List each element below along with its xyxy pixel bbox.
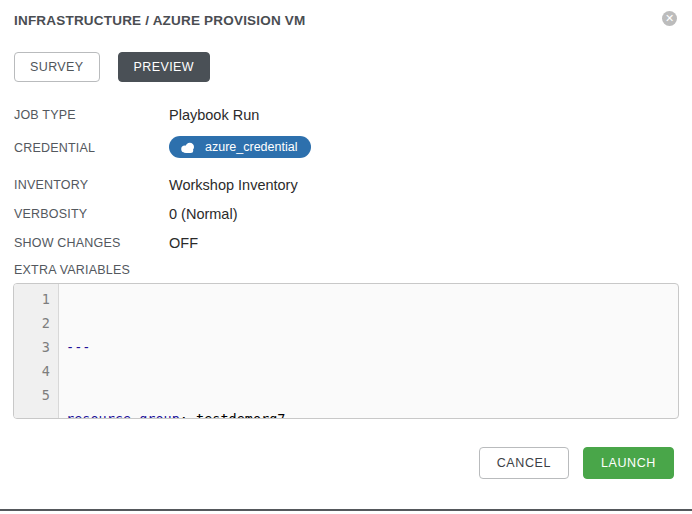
editor-code-area[interactable]: --- resource_group: testdemorg7 location…: [59, 284, 678, 418]
detail-label: JOB TYPE: [14, 107, 169, 122]
detail-value: Workshop Inventory: [169, 177, 298, 193]
code-line: ---: [66, 335, 678, 359]
job-details: JOB TYPE Playbook Run CREDENTIAL azure_c…: [14, 107, 678, 251]
page-title: INFRASTRUCTURE / AZURE PROVISION VM: [14, 13, 678, 28]
line-number: 3: [14, 335, 50, 359]
detail-value: OFF: [169, 235, 198, 251]
modal-footer: CANCEL LAUNCH: [0, 447, 674, 479]
cancel-button[interactable]: CANCEL: [479, 447, 569, 479]
close-icon[interactable]: ✕: [662, 11, 677, 26]
cloud-icon: [180, 142, 196, 153]
detail-row-show-changes: SHOW CHANGES OFF: [14, 235, 678, 251]
detail-value: Playbook Run: [169, 107, 259, 123]
tab-survey[interactable]: SURVEY: [14, 52, 100, 82]
job-launch-preview-modal: INFRASTRUCTURE / AZURE PROVISION VM ✕ SU…: [0, 0, 692, 514]
detail-row-verbosity: VERBOSITY 0 (Normal): [14, 206, 678, 222]
credential-badge-label: azure_credential: [205, 140, 297, 154]
line-number: 5: [14, 383, 50, 407]
detail-label: INVENTORY: [14, 177, 169, 192]
detail-row-job-type: JOB TYPE Playbook Run: [14, 107, 678, 123]
modal-header: INFRASTRUCTURE / AZURE PROVISION VM ✕: [0, 0, 692, 28]
tab-bar: SURVEY PREVIEW: [14, 52, 678, 82]
line-number: 4: [14, 359, 50, 383]
line-number: 1: [14, 287, 50, 311]
code-line: resource_group: testdemorg7: [66, 407, 678, 419]
detail-label: VERBOSITY: [14, 206, 169, 221]
tab-preview[interactable]: PREVIEW: [118, 52, 210, 82]
detail-label: SHOW CHANGES: [14, 235, 169, 250]
editor-line-numbers: 1 2 3 4 5: [14, 284, 59, 418]
launch-button[interactable]: LAUNCH: [583, 447, 674, 479]
detail-row-inventory: INVENTORY Workshop Inventory: [14, 177, 678, 193]
extra-variables-editor[interactable]: 1 2 3 4 5 --- resource_group: testdemorg…: [13, 283, 679, 419]
detail-row-credential: CREDENTIAL azure_credential: [14, 136, 678, 158]
bottom-divider: [0, 509, 692, 511]
detail-value: 0 (Normal): [169, 206, 237, 222]
extra-variables-label: EXTRA VARIABLES: [14, 263, 678, 277]
detail-label: CREDENTIAL: [14, 140, 169, 155]
credential-badge[interactable]: azure_credential: [169, 136, 311, 158]
line-number: 2: [14, 311, 50, 335]
